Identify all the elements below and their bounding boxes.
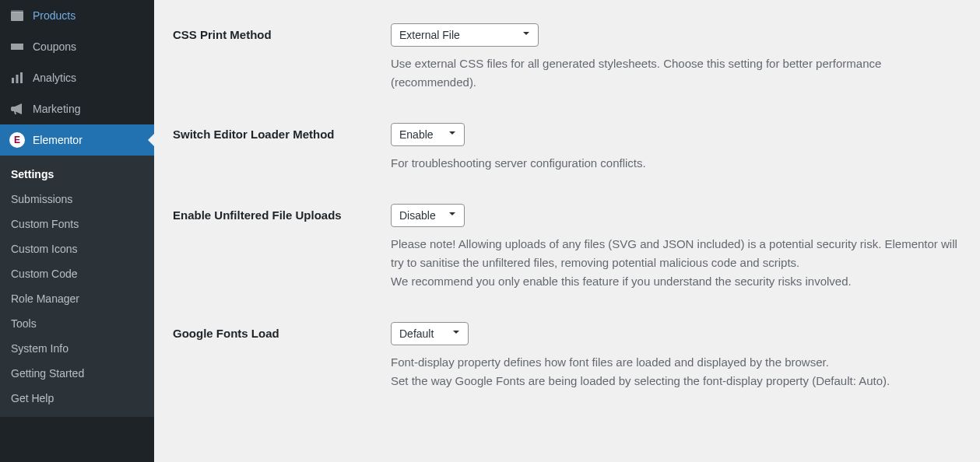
desc-css-print: Use external CSS files for all generated… bbox=[391, 54, 964, 92]
svg-rect-2 bbox=[12, 78, 14, 83]
sub-item-custom-fonts[interactable]: Custom Fonts bbox=[0, 212, 154, 236]
box-icon bbox=[9, 8, 25, 23]
svg-rect-3 bbox=[16, 75, 19, 83]
select-google-fonts-wrap: Default bbox=[391, 322, 469, 345]
menu-item-marketing[interactable]: Marketing bbox=[0, 93, 154, 124]
field-google-fonts: Default Font-display property defines ho… bbox=[391, 322, 964, 390]
select-switch-editor-wrap: Enable bbox=[391, 123, 465, 146]
label-css-print: CSS Print Method bbox=[173, 23, 391, 41]
select-unfiltered[interactable]: Disable bbox=[391, 204, 465, 227]
setting-google-fonts: Google Fonts Load Default Font-display p… bbox=[173, 306, 964, 406]
menu-item-coupons[interactable]: Coupons bbox=[0, 31, 154, 62]
label-switch-editor: Switch Editor Loader Method bbox=[173, 123, 391, 141]
menu-label: Products bbox=[33, 9, 76, 22]
submenu-elementor: Settings Submissions Custom Fonts Custom… bbox=[0, 156, 154, 417]
field-unfiltered: Disable Please note! Allowing uploads of… bbox=[391, 204, 964, 291]
sub-item-custom-code[interactable]: Custom Code bbox=[0, 261, 154, 286]
sub-item-custom-icons[interactable]: Custom Icons bbox=[0, 236, 154, 261]
svg-rect-1 bbox=[11, 10, 23, 12]
label-unfiltered: Enable Unfiltered File Uploads bbox=[173, 204, 391, 222]
settings-content: CSS Print Method External File Use exter… bbox=[154, 0, 980, 462]
svg-rect-4 bbox=[20, 72, 23, 83]
sub-item-get-help[interactable]: Get Help bbox=[0, 386, 154, 411]
megaphone-icon bbox=[9, 101, 25, 117]
desc-google-fonts: Font-display property defines how font f… bbox=[391, 353, 964, 390]
menu-item-elementor[interactable]: E Elementor bbox=[0, 124, 154, 156]
desc-unfiltered: Please note! Allowing uploads of any fil… bbox=[391, 235, 964, 291]
admin-sidebar: Products Coupons Analytics Marketing E E… bbox=[0, 0, 154, 462]
sub-item-system-info[interactable]: System Info bbox=[0, 336, 154, 361]
field-switch-editor: Enable For troubleshooting server config… bbox=[391, 123, 964, 173]
ticket-icon bbox=[9, 39, 25, 54]
sub-item-tools[interactable]: Tools bbox=[0, 311, 154, 336]
select-css-print-wrap: External File bbox=[391, 23, 539, 47]
sub-item-settings[interactable]: Settings bbox=[0, 162, 154, 187]
elementor-icon: E bbox=[9, 132, 25, 148]
select-unfiltered-wrap: Disable bbox=[391, 204, 465, 227]
field-css-print: External File Use external CSS files for… bbox=[391, 23, 964, 92]
menu-item-analytics[interactable]: Analytics bbox=[0, 62, 154, 93]
menu-label: Marketing bbox=[33, 103, 80, 115]
chart-icon bbox=[9, 70, 25, 86]
menu-label: Analytics bbox=[33, 72, 76, 84]
sub-item-submissions[interactable]: Submissions bbox=[0, 187, 154, 212]
setting-switch-editor: Switch Editor Loader Method Enable For t… bbox=[173, 107, 964, 188]
svg-rect-0 bbox=[11, 12, 23, 21]
elementor-badge: E bbox=[9, 132, 25, 148]
sub-item-getting-started[interactable]: Getting Started bbox=[0, 361, 154, 386]
label-google-fonts: Google Fonts Load bbox=[173, 322, 391, 340]
menu-label: Coupons bbox=[33, 40, 76, 53]
menu-item-products[interactable]: Products bbox=[0, 0, 154, 31]
setting-unfiltered: Enable Unfiltered File Uploads Disable P… bbox=[173, 188, 964, 306]
select-css-print[interactable]: External File bbox=[391, 23, 539, 47]
menu-label: Elementor bbox=[33, 134, 83, 146]
settings-form: CSS Print Method External File Use exter… bbox=[173, 8, 964, 406]
setting-css-print: CSS Print Method External File Use exter… bbox=[173, 8, 964, 107]
select-google-fonts[interactable]: Default bbox=[391, 322, 469, 345]
select-switch-editor[interactable]: Enable bbox=[391, 123, 465, 146]
sub-item-role-manager[interactable]: Role Manager bbox=[0, 286, 154, 311]
desc-switch-editor: For troubleshooting server configuration… bbox=[391, 154, 964, 173]
